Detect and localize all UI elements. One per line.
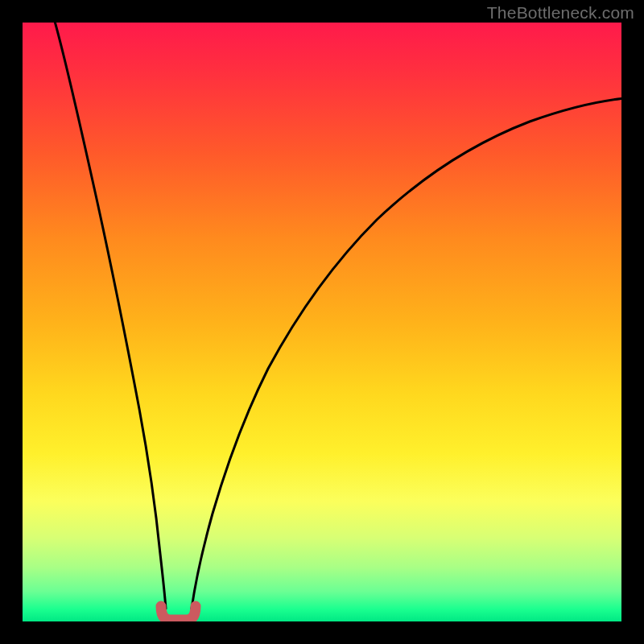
watermark-text: TheBottleneck.com [487, 3, 634, 23]
curve-left-branch [54, 23, 166, 609]
curve-right-branch [192, 98, 621, 609]
bottleneck-curve [23, 23, 621, 621]
curve-bottom-marker [161, 606, 196, 620]
chart-frame: TheBottleneck.com [0, 0, 644, 644]
plot-area [23, 23, 621, 621]
